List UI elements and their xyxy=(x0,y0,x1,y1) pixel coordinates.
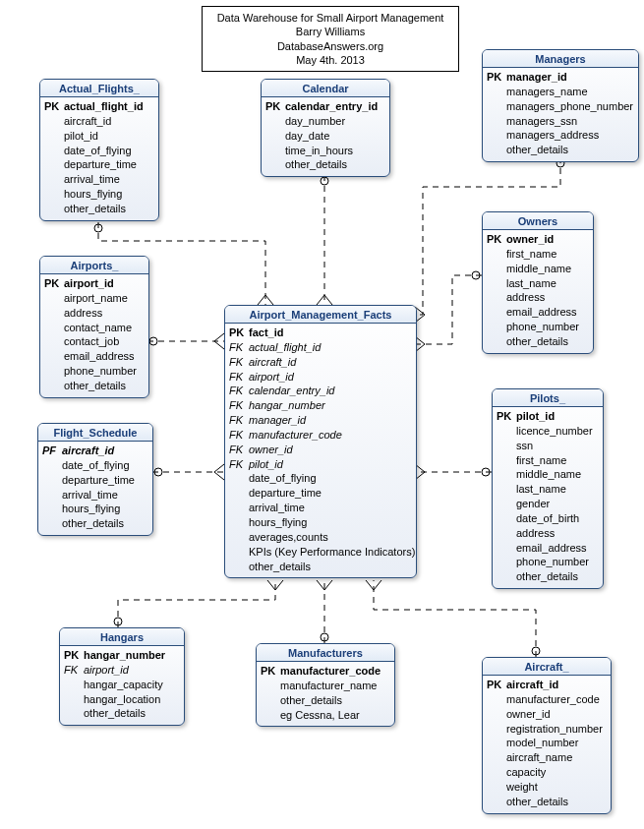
field-key: FK xyxy=(229,384,249,398)
svg-line-19 xyxy=(214,464,224,472)
field-name: hangar_number xyxy=(84,649,165,661)
svg-line-30 xyxy=(317,580,324,590)
field-key: PK xyxy=(44,99,64,114)
entity-field: other_details xyxy=(42,516,148,531)
entity-field: capacity xyxy=(487,765,607,780)
field-key: FK xyxy=(229,340,249,355)
field-name: actual_flight_id xyxy=(249,341,321,353)
title-line: May 4th. 2013 xyxy=(212,53,448,67)
entity-field: managers_name xyxy=(487,85,634,99)
entity-actual-flights: Actual_Flights_ PKactual_flight_idaircra… xyxy=(39,79,159,221)
field-name: manager_id xyxy=(249,414,306,426)
entity-field: ssn xyxy=(497,439,599,453)
field-name: other_details xyxy=(506,335,568,347)
entity-field: managers_ssn xyxy=(487,114,634,129)
entity-field: model_number xyxy=(487,736,607,750)
field-name: date_of_birth xyxy=(516,512,579,524)
entity-header: Owners xyxy=(483,212,593,230)
field-name: hangar_location xyxy=(84,693,160,705)
field-key: PF xyxy=(42,444,62,458)
entity-field: date_of_flying xyxy=(42,458,148,473)
field-name: first_name xyxy=(506,248,556,260)
entity-field: first_name xyxy=(497,453,599,468)
field-name: other_details xyxy=(249,561,311,572)
field-name: address xyxy=(64,307,102,319)
field-name: manufacturer_code xyxy=(280,665,381,677)
entity-fields: PKcalendar_entry_idday_numberday_datetim… xyxy=(262,97,389,176)
entity-field: departure_time xyxy=(44,157,154,172)
entity-field: arrival_time xyxy=(42,488,148,503)
entity-field: middle_name xyxy=(497,467,599,482)
entity-field: PKfact_id xyxy=(229,326,412,340)
entity-field: licence_number xyxy=(497,424,599,439)
entity-field: FKairport_id xyxy=(64,663,180,678)
entity-pilots: Pilots_ PKpilot_idlicence_numberssnfirst… xyxy=(492,388,604,589)
entity-field: email_address xyxy=(44,349,145,364)
field-name: first_name xyxy=(516,454,566,466)
field-name: registration_number xyxy=(506,723,603,735)
field-name: manufacturer_code xyxy=(249,429,342,441)
entity-field: aircraft_id xyxy=(44,114,154,129)
entity-field: PFaircraft_id xyxy=(42,444,148,458)
entity-flight-schedule: Flight_Schedule PFaircraft_iddate_of_fly… xyxy=(37,423,153,536)
entity-field: other_details xyxy=(265,157,385,172)
entity-field: FKowner_id xyxy=(229,443,412,457)
entity-field: address xyxy=(497,526,599,541)
field-name: other_details xyxy=(64,203,126,214)
entity-field: manufacturer_code xyxy=(487,692,607,707)
svg-line-26 xyxy=(267,580,275,590)
entity-field: date_of_flying xyxy=(44,144,154,158)
field-name: licence_number xyxy=(516,425,593,437)
entity-fields: PKmanufacturer_codemanufacturer_nameothe… xyxy=(257,662,394,726)
entity-field: other_details xyxy=(487,795,607,809)
field-name: airport_id xyxy=(64,277,114,289)
field-name: pilot_id xyxy=(249,458,283,470)
entity-field: arrival_time xyxy=(229,501,412,515)
entity-header: Actual_Flights_ xyxy=(40,80,158,97)
field-key: FK xyxy=(229,398,249,413)
entity-fields: PKhangar_numberFKairport_idhangar_capaci… xyxy=(60,646,184,725)
entity-field: hours_flying xyxy=(42,502,148,516)
field-name: departure_time xyxy=(249,487,322,499)
entity-field: aircraft_name xyxy=(487,750,607,765)
entity-airport-management-facts: Airport_Management_Facts PKfact_idFKactu… xyxy=(224,305,417,578)
svg-line-33 xyxy=(366,580,374,590)
entity-field: hangar_location xyxy=(64,692,180,707)
field-name: address xyxy=(516,527,555,539)
field-name: aircraft_id xyxy=(506,679,558,690)
svg-line-20 xyxy=(214,472,224,480)
svg-point-10 xyxy=(472,271,480,279)
field-name: departure_time xyxy=(62,474,135,486)
entity-calendar: Calendar PKcalendar_entry_idday_numberda… xyxy=(261,79,390,177)
svg-line-31 xyxy=(324,580,332,590)
field-name: actual_flight_id xyxy=(64,100,144,112)
field-name: other_details xyxy=(506,144,568,155)
entity-field: hangar_capacity xyxy=(64,678,180,692)
entity-fields: PKfact_idFKactual_flight_idFKaircraft_id… xyxy=(225,324,416,577)
field-name: hours_flying xyxy=(62,503,120,514)
entity-field: contact_job xyxy=(44,334,145,349)
entity-field: phone_number xyxy=(497,555,599,569)
title-line: Data Warehouse for Small Airport Managem… xyxy=(212,11,448,25)
entity-field: PKmanager_id xyxy=(487,70,634,85)
entity-manufacturers: Manufacturers PKmanufacturer_codemanufac… xyxy=(256,643,395,727)
field-name: fact_id xyxy=(249,326,283,338)
entity-field: middle_name xyxy=(487,262,589,276)
entity-field: pilot_id xyxy=(44,129,154,144)
entity-field: averages,counts xyxy=(229,530,412,545)
field-name: contact_name xyxy=(64,322,132,333)
entity-field: hours_flying xyxy=(229,515,412,530)
svg-line-2 xyxy=(265,295,273,305)
entity-fields: PFaircraft_iddate_of_flyingdeparture_tim… xyxy=(38,442,152,535)
field-name: managers_ssn xyxy=(506,115,577,127)
field-name: weight xyxy=(506,781,538,793)
diagram-title-box: Data Warehouse for Small Airport Managem… xyxy=(202,6,459,72)
field-name: aircraft_id xyxy=(64,115,111,127)
field-name: arrival_time xyxy=(249,502,305,513)
entity-field: FKcalendar_entry_id xyxy=(229,384,412,398)
entity-field: PKpilot_id xyxy=(497,409,599,424)
field-name: email_address xyxy=(64,350,135,362)
field-key: PK xyxy=(265,99,285,114)
entity-field: manufacturer_name xyxy=(261,679,390,693)
entity-field: other_details xyxy=(229,560,412,574)
